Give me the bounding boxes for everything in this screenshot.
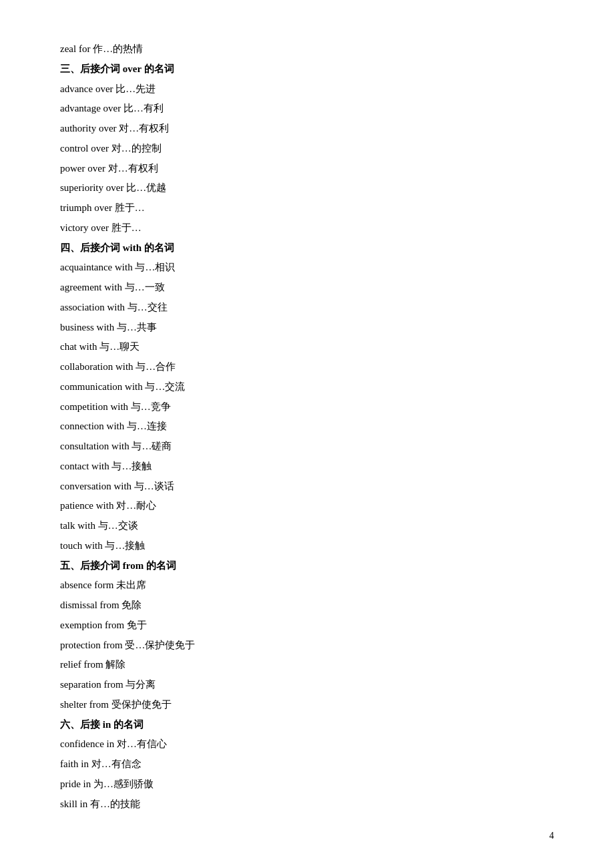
line-24: patience with 对…耐心 (60, 497, 554, 515)
line-28: absence form 未出席 (60, 576, 554, 595)
line-19: competition with 与…竞争 (60, 398, 554, 417)
line-4: advantage over 比…有利 (60, 99, 554, 118)
line-15: business with 与…共事 (60, 318, 554, 337)
line-14: association with 与…交往 (60, 298, 554, 317)
line-33: separation from 与分离 (60, 676, 554, 694)
line-2: 三、后接介词 over 的名词 (60, 60, 554, 79)
line-17: collaboration with 与…合作 (60, 358, 554, 377)
line-20: connection with 与…连接 (60, 417, 554, 436)
line-31: protection from 受…保护使免于 (60, 636, 554, 655)
line-37: faith in 对…有信念 (60, 755, 554, 774)
line-25: talk with 与…交谈 (60, 517, 554, 535)
page-content: zeal for 作…的热情三、后接介词 over 的名词advance ove… (0, 0, 614, 868)
line-7: power over 对…有权利 (60, 160, 554, 178)
line-27: 五、后接介词 from 的名词 (60, 557, 554, 576)
line-16: chat with 与…聊天 (60, 338, 554, 357)
line-1: zeal for 作…的热情 (60, 40, 554, 59)
line-18: communication with 与…交流 (60, 378, 554, 397)
line-13: agreement with 与…一致 (60, 278, 554, 297)
line-34: shelter from 受保护使免于 (60, 696, 554, 714)
line-22: contact with 与…接触 (60, 457, 554, 476)
line-35: 六、后接 in 的名词 (60, 716, 554, 734)
line-12: acquaintance with 与…相识 (60, 258, 554, 277)
line-10: victory over 胜于… (60, 219, 554, 238)
line-8: superiority over 比…优越 (60, 179, 554, 198)
line-23: conversation with 与…谈话 (60, 477, 554, 496)
line-39: skill in 有…的技能 (60, 795, 554, 814)
line-5: authority over 对…有权利 (60, 120, 554, 138)
line-36: confidence in 对…有信心 (60, 735, 554, 754)
page-number: 4 (549, 831, 554, 841)
line-29: dismissal from 免除 (60, 596, 554, 615)
line-3: advance over 比…先进 (60, 80, 554, 99)
line-21: consultation with 与…磋商 (60, 437, 554, 456)
line-26: touch with 与…接触 (60, 537, 554, 556)
line-11: 四、后接介词 with 的名词 (60, 239, 554, 258)
line-30: exemption from 免于 (60, 616, 554, 635)
line-32: relief from 解除 (60, 656, 554, 674)
line-9: triumph over 胜于… (60, 199, 554, 218)
line-6: control over 对…的控制 (60, 140, 554, 158)
line-38: pride in 为…感到骄傲 (60, 775, 554, 794)
